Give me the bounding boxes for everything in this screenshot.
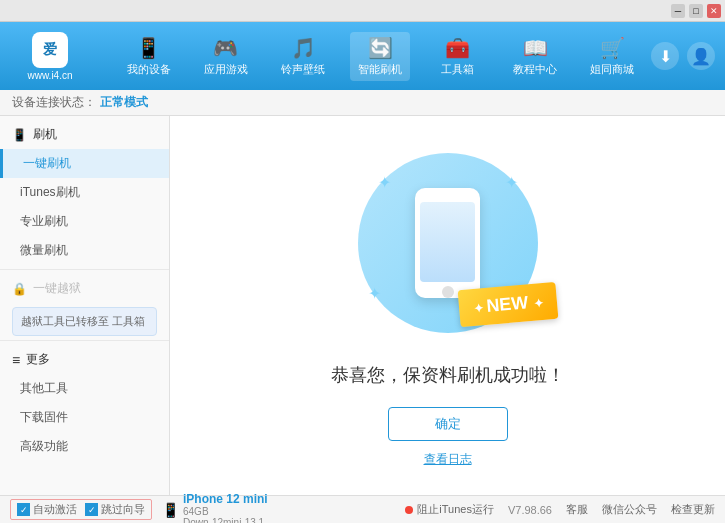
sparkle-topright: ✦ <box>505 173 518 192</box>
logo-icon: 爱 <box>32 32 68 68</box>
support-link[interactable]: 客服 <box>566 502 588 517</box>
sidebar-item-other-tools[interactable]: 其他工具 <box>0 374 169 403</box>
more-icon: ≡ <box>12 352 20 368</box>
nav-items: 📱 我的设备 🎮 应用游戏 🎵 铃声壁纸 🔄 智能刷机 🧰 工具箱 📖 教程中心… <box>110 32 651 81</box>
sidebar-item-one-click[interactable]: 一键刷机 <box>0 149 169 178</box>
phone-circle-bg: ✦ ✦ ✦ NEW <box>358 153 538 333</box>
ringtones-label: 铃声壁纸 <box>281 62 325 77</box>
device-name: iPhone 12 mini <box>183 492 268 506</box>
sidebar: 📱 刷机 一键刷机 iTunes刷机 专业刷机 微量刷机 🔒 一键越狱 越狱工具… <box>0 116 170 495</box>
main-layout: 📱 刷机 一键刷机 iTunes刷机 专业刷机 微量刷机 🔒 一键越狱 越狱工具… <box>0 116 725 495</box>
check-update-link[interactable]: 检查更新 <box>671 502 715 517</box>
status-bar: 设备连接状态： 正常模式 <box>0 90 725 116</box>
my-device-label: 我的设备 <box>127 62 171 77</box>
success-message: 恭喜您，保资料刷机成功啦！ <box>331 363 565 387</box>
flash-section-title: 刷机 <box>33 126 57 143</box>
device-os: Down-12mini-13,1 <box>183 517 268 524</box>
nav-item-smart-flash[interactable]: 🔄 智能刷机 <box>350 32 410 81</box>
checkboxes-group: 自动激活 跳过向导 <box>10 499 152 520</box>
sidebar-item-advanced[interactable]: 高级功能 <box>0 432 169 461</box>
wechat-link[interactable]: 微信公众号 <box>602 502 657 517</box>
device-phone-icon: 📱 <box>162 502 179 518</box>
device-details: iPhone 12 mini 64GB Down-12mini-13,1 <box>183 492 268 524</box>
app-games-label: 应用游戏 <box>204 62 248 77</box>
bottom-bar: 自动激活 跳过向导 📱 iPhone 12 mini 64GB Down-12m… <box>0 495 725 523</box>
device-info: 📱 iPhone 12 mini 64GB Down-12mini-13,1 <box>162 492 268 524</box>
tutorials-icon: 📖 <box>523 36 548 60</box>
smart-flash-icon: 🔄 <box>368 36 393 60</box>
itunes-status[interactable]: 阻止iTunes运行 <box>405 502 494 517</box>
logo[interactable]: 爱 www.i4.cn <box>10 32 90 81</box>
app-games-icon: 🎮 <box>213 36 238 60</box>
bottom-right: 阻止iTunes运行 V7.98.66 客服 微信公众号 检查更新 <box>405 502 715 517</box>
nav-right: ⬇ 👤 <box>651 42 715 70</box>
main-content: ✦ ✦ ✦ NEW 恭喜您，保资料刷机成功啦！ 确定 查看日志 <box>170 116 725 495</box>
itunes-status-dot <box>405 506 413 514</box>
sidebar-section-more: ≡ 更多 <box>0 345 169 374</box>
download-button[interactable]: ⬇ <box>651 42 679 70</box>
jailbreak-note: 越狱工具已转移至 工具箱 <box>12 307 157 336</box>
new-badge: NEW <box>458 282 559 327</box>
sidebar-divider-1 <box>0 269 169 270</box>
nav-item-my-device[interactable]: 📱 我的设备 <box>119 32 179 81</box>
version-label: V7.98.66 <box>508 504 552 516</box>
sparkle-bottomleft: ✦ <box>368 284 381 303</box>
nav-item-tutorials[interactable]: 📖 教程中心 <box>505 32 565 81</box>
toolbox-label: 工具箱 <box>441 62 474 77</box>
top-nav: 爱 www.i4.cn 📱 我的设备 🎮 应用游戏 🎵 铃声壁纸 🔄 智能刷机 … <box>0 22 725 90</box>
flash-section-icon: 📱 <box>12 128 27 142</box>
confirm-button[interactable]: 确定 <box>388 407 508 441</box>
sidebar-section-jailbreak: 🔒 一键越狱 <box>0 274 169 303</box>
status-label: 设备连接状态： <box>12 94 96 111</box>
sidebar-item-pro-flash[interactable]: 专业刷机 <box>0 207 169 236</box>
skip-wizard-checkbox[interactable]: 跳过向导 <box>85 502 145 517</box>
minimize-button[interactable]: ─ <box>671 4 685 18</box>
toolbox-icon: 🧰 <box>445 36 470 60</box>
device-storage: 64GB <box>183 506 268 517</box>
status-value: 正常模式 <box>100 94 148 111</box>
skip-wizard-checkbox-box[interactable] <box>85 503 98 516</box>
nav-item-toolbox[interactable]: 🧰 工具箱 <box>428 32 488 81</box>
bottom-left: 自动激活 跳过向导 📱 iPhone 12 mini 64GB Down-12m… <box>10 492 405 524</box>
view-log-link[interactable]: 查看日志 <box>424 451 472 468</box>
sidebar-item-preserve-flash[interactable]: 微量刷机 <box>0 236 169 265</box>
sparkle-topleft: ✦ <box>378 173 391 192</box>
sidebar-divider-2 <box>0 340 169 341</box>
phone-illustration: ✦ ✦ ✦ NEW <box>348 143 548 343</box>
lock-icon: 🔒 <box>12 282 27 296</box>
store-icon: 🛒 <box>600 36 625 60</box>
nav-item-app-games[interactable]: 🎮 应用游戏 <box>196 32 256 81</box>
my-device-icon: 📱 <box>136 36 161 60</box>
sidebar-section-flash: 📱 刷机 <box>0 120 169 149</box>
sidebar-item-download-firmware[interactable]: 下载固件 <box>0 403 169 432</box>
phone-screen <box>420 202 475 282</box>
nav-item-store[interactable]: 🛒 姐同商城 <box>582 32 642 81</box>
title-bar: ─ □ ✕ <box>0 0 725 22</box>
ringtones-icon: 🎵 <box>291 36 316 60</box>
phone-body <box>415 188 480 298</box>
tutorials-label: 教程中心 <box>513 62 557 77</box>
logo-text: www.i4.cn <box>27 70 72 81</box>
close-button[interactable]: ✕ <box>707 4 721 18</box>
nav-item-ringtones[interactable]: 🎵 铃声壁纸 <box>273 32 333 81</box>
jailbreak-section-title: 一键越狱 <box>33 280 81 297</box>
sidebar-item-itunes-flash[interactable]: iTunes刷机 <box>0 178 169 207</box>
smart-flash-label: 智能刷机 <box>358 62 402 77</box>
phone-home-button <box>442 286 454 298</box>
more-section-title: 更多 <box>26 351 50 368</box>
store-label: 姐同商城 <box>590 62 634 77</box>
profile-button[interactable]: 👤 <box>687 42 715 70</box>
auto-connect-checkbox-box[interactable] <box>17 503 30 516</box>
maximize-button[interactable]: □ <box>689 4 703 18</box>
auto-connect-checkbox[interactable]: 自动激活 <box>17 502 77 517</box>
